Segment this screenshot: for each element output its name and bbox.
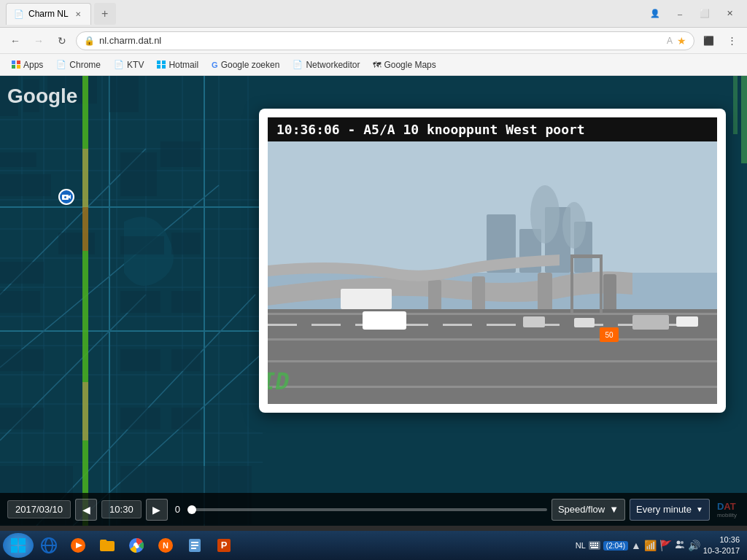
bookmark-ktv[interactable]: 📄 KTV	[108, 58, 150, 72]
taskbar-media-player[interactable]	[64, 533, 92, 558]
bookmark-chrome-label: Chrome	[69, 60, 101, 70]
media-player-icon	[69, 537, 87, 554]
svg-rect-131	[590, 545, 592, 546]
bookmark-ktv-label: KTV	[127, 60, 144, 70]
date-display[interactable]: 2017/03/10	[7, 500, 71, 518]
highway-image-svg: VID 50	[268, 141, 717, 404]
taskbar-powerpoint[interactable]: P	[210, 533, 238, 558]
google-maps-icon: 🗺	[373, 61, 381, 69]
start-button[interactable]	[3, 533, 34, 558]
svg-rect-39	[160, 141, 201, 167]
taskbar-folder[interactable]	[93, 533, 121, 558]
ie-icon	[40, 537, 58, 554]
next-button[interactable]: ▶	[146, 499, 168, 521]
back-button[interactable]: ←	[6, 31, 25, 50]
speedflow-dropdown[interactable]: Speed/flow ▼	[551, 499, 625, 521]
taskbar-app1[interactable]: N	[152, 533, 179, 558]
title-bar: 📄 Charm NL ✕ + 👤 – ⬜ ✕	[0, 0, 747, 28]
bookmark-chrome[interactable]: 📄 Chrome	[50, 58, 107, 72]
svg-rect-100	[341, 289, 392, 309]
chrome-menu-button[interactable]: ⋮	[722, 31, 741, 50]
svg-rect-37	[0, 174, 51, 196]
browser-tab[interactable]: 📄 Charm NL ✕	[6, 3, 91, 25]
bookmark-hotmail[interactable]: Hotmail	[151, 58, 204, 72]
interval-dropdown[interactable]: Every minute ▼	[630, 499, 710, 521]
bookmark-apps[interactable]: Apps	[6, 58, 49, 72]
folder-icon	[98, 537, 116, 554]
volume-icon[interactable]: 🔊	[688, 540, 700, 551]
svg-rect-35	[109, 76, 139, 112]
svg-rect-44	[0, 291, 40, 313]
new-tab-button[interactable]: +	[94, 3, 116, 25]
speedflow-chevron-icon: ▼	[609, 504, 619, 515]
svg-rect-63	[741, 76, 747, 163]
address-bar: ← → ↻ 🔒 nl.charm.dat.nl A ★ ⬛ ⋮	[0, 28, 747, 54]
reload-button[interactable]: ↻	[53, 31, 71, 50]
chrome-doc-icon: 📄	[56, 60, 66, 69]
svg-rect-96	[574, 318, 595, 327]
camera-icon	[62, 193, 71, 201]
speedflow-label: Speed/flow	[558, 504, 605, 515]
svg-rect-130	[597, 542, 598, 544]
svg-point-74	[530, 185, 560, 244]
extensions-button[interactable]: ⬛	[699, 31, 718, 50]
svg-rect-46	[171, 291, 201, 313]
svg-rect-38	[120, 152, 157, 196]
tray-language: NL	[576, 541, 586, 550]
svg-rect-129	[595, 542, 596, 544]
svg-rect-123	[191, 548, 196, 549]
bookmark-google-zoeken[interactable]: G Google zoeken	[206, 58, 285, 72]
svg-rect-83	[268, 360, 717, 362]
url-box[interactable]: 🔒 nl.charm.dat.nl A ★	[76, 31, 694, 50]
main-content: Google 10:36:06 - A5/A 10 knooppunt West…	[0, 76, 747, 526]
svg-rect-127	[590, 542, 592, 544]
network-icon	[675, 540, 685, 552]
svg-rect-122	[191, 545, 198, 546]
minimize-button[interactable]: –	[668, 4, 692, 24]
svg-rect-42	[120, 236, 164, 254]
svg-point-137	[681, 541, 684, 544]
maximize-button[interactable]: ⬜	[693, 4, 716, 24]
taskbar-files[interactable]	[181, 533, 209, 558]
close-button[interactable]: ✕	[718, 4, 741, 24]
svg-rect-109	[11, 546, 18, 553]
user-account-button[interactable]: 👤	[643, 4, 667, 24]
notification-badge[interactable]: (2:04)	[603, 541, 628, 551]
windows-start-icon	[11, 538, 26, 553]
svg-rect-121	[191, 542, 198, 543]
svg-rect-50	[0, 408, 44, 429]
svg-rect-41	[58, 233, 95, 254]
tray-up-arrow-icon[interactable]: ▲	[631, 540, 641, 551]
bookmark-networkeditor[interactable]: 📄 Networkeditor	[287, 58, 365, 72]
prev-button[interactable]: ◀	[75, 499, 97, 521]
timeline-slider[interactable]	[187, 508, 547, 511]
svg-rect-59	[82, 251, 88, 309]
taskbar-chrome[interactable]	[123, 533, 150, 558]
svg-rect-85	[268, 324, 297, 326]
svg-rect-133	[595, 545, 596, 546]
taskbar: N P NL (2:04)	[0, 531, 747, 560]
control-bar: 2017/03/10 ◀ 10:30 ▶ 0 Speed/flow ▼ Ever…	[0, 493, 747, 526]
bookmark-google-maps[interactable]: 🗺 Google Maps	[367, 58, 441, 72]
networkeditor-doc-icon: 📄	[293, 60, 303, 69]
taskbar-ie[interactable]	[35, 533, 63, 558]
svg-text:N: N	[163, 541, 169, 550]
bookmark-hotmail-label: Hotmail	[169, 60, 198, 70]
svg-rect-82	[268, 338, 717, 341]
forward-button[interactable]: →	[29, 31, 48, 50]
camera-image: VID 50	[268, 141, 717, 404]
svg-rect-47	[0, 349, 44, 371]
bookmark-star-icon[interactable]: ★	[677, 35, 686, 47]
orange-app-icon: N	[157, 537, 174, 554]
camera-marker[interactable]	[58, 189, 74, 205]
interval-label: Every minute	[636, 504, 692, 515]
svg-rect-81	[268, 313, 717, 315]
slider-value: 0	[172, 504, 183, 515]
svg-rect-99	[363, 311, 406, 330]
dat-logo: DAT mobility	[714, 501, 740, 518]
camera-title: 10:36:06 - A5/A 10 knooppunt West poort	[268, 117, 717, 141]
tab-close-button[interactable]: ✕	[73, 9, 83, 19]
svg-rect-56	[82, 76, 88, 149]
time-display[interactable]: 10:30	[101, 500, 142, 518]
tab-title: Charm NL	[28, 9, 69, 19]
